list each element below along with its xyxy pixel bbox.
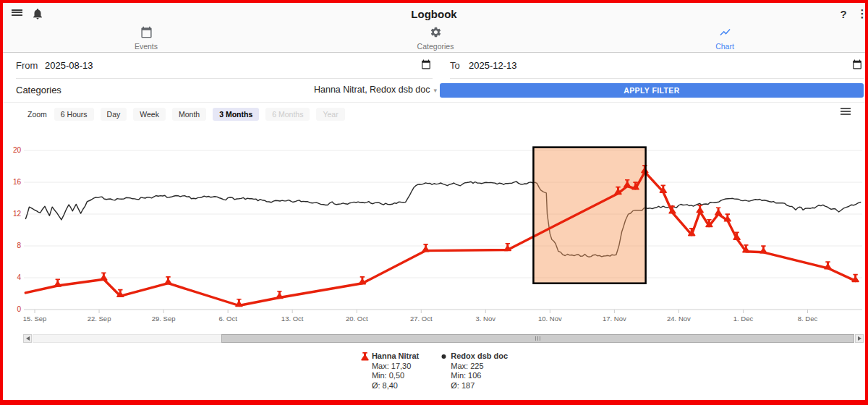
svg-text:27. Oct: 27. Oct <box>410 315 433 323</box>
zoom-week-button[interactable]: Week <box>133 108 166 121</box>
legend-avg: Ø: 187 <box>439 381 508 391</box>
legend-max: Max: 225 <box>439 362 508 372</box>
svg-text:3. Nov: 3. Nov <box>476 315 496 323</box>
app-window: Logbook ? ⋮ Events Categories Chart From… <box>0 0 868 405</box>
zoom-year-button: Year <box>316 108 344 121</box>
svg-text:10. Nov: 10. Nov <box>538 315 562 323</box>
svg-text:22. Sep: 22. Sep <box>88 315 111 323</box>
calendar-icon[interactable] <box>421 59 431 72</box>
legend-series-name: Redox dsb doc <box>451 351 508 362</box>
legend-max: Max: 17,30 <box>360 362 419 372</box>
chart-legend: Hanna Nitrat Max: 17,30 Min: 0,50 Ø: 8,4… <box>3 351 865 391</box>
scrollbar-left-arrow[interactable] <box>23 334 32 343</box>
from-date-field[interactable]: From 2025-08-13 <box>16 54 433 79</box>
svg-text:15. Sep: 15. Sep <box>23 315 47 323</box>
gear-icon <box>430 28 442 40</box>
scrollbar-grip <box>535 336 540 341</box>
calendar-icon[interactable] <box>852 59 862 72</box>
svg-text:0: 0 <box>17 305 21 313</box>
to-label: To <box>450 60 460 71</box>
from-label: From <box>16 60 38 71</box>
svg-text:4: 4 <box>17 273 21 281</box>
categories-select[interactable]: Hanna Nitrat, Redox dsb doc▾ <box>220 85 437 95</box>
page-title: Logbook <box>3 8 865 20</box>
svg-text:29. Sep: 29. Sep <box>152 315 176 323</box>
zoom-6months-button: 6 Months <box>265 108 310 121</box>
svg-text:20. Oct: 20. Oct <box>346 315 368 323</box>
chart-context-menu-icon[interactable] <box>841 108 852 118</box>
header: Logbook ? ⋮ Events Categories Chart <box>3 3 865 53</box>
svg-text:24. Nov: 24. Nov <box>667 315 691 323</box>
legend-item-hanna-nitrat[interactable]: Hanna Nitrat Max: 17,30 Min: 0,50 Ø: 8,4… <box>360 351 419 391</box>
to-date-field[interactable]: To 2025-12-13 <box>450 54 864 79</box>
chevron-down-icon: ▾ <box>433 87 437 94</box>
categories-label: Categories <box>16 85 61 95</box>
dot-icon <box>439 351 448 361</box>
tab-chart-label: Chart <box>674 42 775 51</box>
zoom-month-button[interactable]: Month <box>172 108 206 121</box>
range-selector: Zoom 6 Hours Day Week Month 3 Months 6 M… <box>3 102 865 125</box>
svg-text:8. Dec: 8. Dec <box>798 315 818 323</box>
svg-text:6. Oct: 6. Oct <box>218 315 237 323</box>
tab-events-label: Events <box>95 42 197 51</box>
apply-filter-button[interactable]: APPLY FILTER <box>440 83 864 98</box>
scrollbar-right-arrow[interactable] <box>855 334 864 343</box>
kebab-menu-icon[interactable]: ⋮ <box>855 7 868 21</box>
scrollbar-track[interactable] <box>33 334 854 343</box>
svg-text:1. Dec: 1. Dec <box>733 315 754 323</box>
zoom-day-button[interactable]: Day <box>101 108 127 121</box>
chart-scrollbar <box>23 334 864 343</box>
svg-text:13. Oct: 13. Oct <box>281 315 304 323</box>
chart-svg[interactable]: 04812162015. Sep22. Sep29. Sep6. Oct13. … <box>3 124 865 333</box>
legend-item-redox-dsb-doc[interactable]: Redox dsb doc Max: 225 Min: 106 Ø: 187 <box>439 351 508 391</box>
to-value: 2025-12-13 <box>469 60 517 71</box>
from-value: 2025-08-13 <box>45 60 93 71</box>
topbar: Logbook ? ⋮ <box>3 3 865 23</box>
svg-text:8: 8 <box>17 242 21 250</box>
tab-events[interactable]: Events <box>95 26 197 51</box>
legend-avg: Ø: 8,40 <box>360 381 419 391</box>
categories-select-value: Hanna Nitrat, Redox dsb doc <box>314 85 430 95</box>
svg-text:12: 12 <box>13 210 22 218</box>
tab-categories[interactable]: Categories <box>385 26 486 51</box>
zoom-label: Zoom <box>27 110 47 119</box>
tab-categories-label: Categories <box>385 42 486 51</box>
svg-text:20: 20 <box>13 146 22 154</box>
flask-icon <box>360 351 370 361</box>
tab-chart[interactable]: Chart <box>674 26 775 51</box>
chart-plot-area[interactable]: 04812162015. Sep22. Sep29. Sep6. Oct13. … <box>3 124 865 333</box>
legend-min: Min: 106 <box>439 371 508 381</box>
svg-text:16: 16 <box>13 178 22 186</box>
legend-series-name: Hanna Nitrat <box>372 351 419 362</box>
help-icon[interactable]: ? <box>836 7 851 21</box>
calendar-icon <box>140 28 153 40</box>
trend-icon <box>719 28 731 40</box>
legend-min: Min: 0,50 <box>360 371 419 381</box>
zoom-3months-button[interactable]: 3 Months <box>213 108 259 121</box>
zoom-6hours-button[interactable]: 6 Hours <box>54 108 94 121</box>
scrollbar-thumb[interactable] <box>221 334 854 343</box>
svg-text:17. Nov: 17. Nov <box>603 315 626 323</box>
